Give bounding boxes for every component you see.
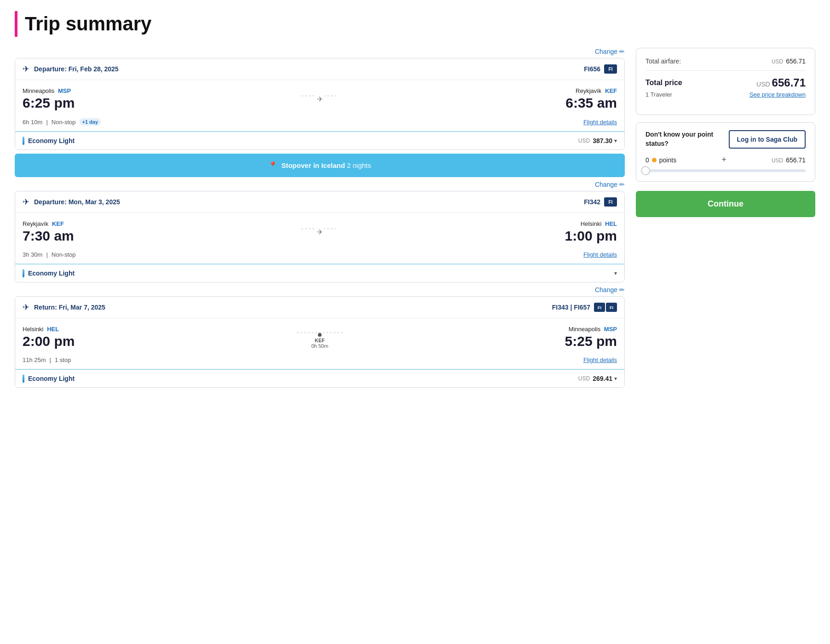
plane-icon-3: ✈ (23, 302, 29, 312)
price-summary-card: Total airfare: USD 656.71 Total price US… (636, 48, 815, 115)
plane-icon-2: ✈ (23, 197, 29, 207)
flights-column: Change ✏ ✈ Departure: Fri, Feb 28, 2025 … (15, 48, 625, 391)
airfare-row: Total airfare: USD 656.71 (646, 58, 806, 65)
edit-icon-1: ✏ (619, 48, 625, 55)
stopover-text: Stopover in Iceland 2 nights (281, 161, 371, 169)
flight-segment-3: Change ✏ ✈ Return: Fri, Mar 7, 2025 FI34… (15, 286, 625, 388)
fare-chevron-1: ▾ (614, 138, 617, 144)
flight-header-2: ✈ Departure: Mon, Mar 3, 2025 FI342 FI (15, 191, 624, 213)
page-title: Trip summary (25, 13, 151, 35)
flight-meta-1: 6h 10m | Non-stop +1 day Flight details (15, 116, 624, 131)
flight-meta-2: 3h 30m | Non-stop Flight details (15, 249, 624, 264)
route-middle-2: ✈ (301, 220, 338, 236)
departure-label-2: Departure: Mon, Mar 3, 2025 (34, 198, 120, 206)
fare-chevron-3: ▾ (614, 375, 617, 382)
airline-logo-1: FI (604, 64, 617, 74)
accent-bar (15, 11, 17, 37)
departure-label-3: Return: Fri, Mar 7, 2025 (34, 304, 105, 311)
flight-header-3: ✈ Return: Fri, Mar 7, 2025 FI343 | FI657… (15, 297, 624, 318)
fare-bar-1 (23, 137, 24, 145)
flight-details-link-1[interactable]: Flight details (583, 119, 617, 126)
svg-text:FI: FI (610, 305, 613, 310)
svg-text:FI: FI (598, 305, 601, 310)
origin-info-3: Helsinki HEL 2:00 pm (23, 326, 297, 349)
airline-logo-3: FI FI (594, 303, 617, 312)
divider-1 (646, 70, 806, 71)
flight-details-link-3[interactable]: Flight details (583, 356, 617, 363)
svg-text:FI: FI (609, 67, 613, 72)
flight-segment-1: Change ✏ ✈ Departure: Fri, Feb 28, 2025 … (15, 48, 625, 150)
flight-segment-2: Change ✏ ✈ Departure: Mon, Mar 3, 2025 F… (15, 181, 625, 282)
edit-icon-3: ✏ (619, 286, 625, 293)
fare-bar-2 (23, 269, 24, 277)
airfare-value: USD 656.71 (772, 58, 806, 65)
sidebar: Total airfare: USD 656.71 Total price US… (636, 48, 815, 217)
route-middle-stopover-3: KEF 0h 50m (297, 326, 343, 349)
points-price: USD 656.71 (772, 156, 806, 164)
points-slider[interactable] (646, 169, 806, 172)
route-section-1: Minneapolis MSP 6:25 pm ✈ Reykjavík (15, 80, 624, 116)
fare-bar-3 (23, 374, 24, 383)
flight-meta-3: 11h 25m | 1 stop Flight details (15, 355, 624, 369)
plane-route-icon-2: ✈ (316, 228, 324, 236)
total-price-value: USD656.71 (756, 76, 806, 89)
flight-card-2: ✈ Departure: Mon, Mar 3, 2025 FI342 FI (15, 191, 625, 282)
continue-button[interactable]: Continue (636, 191, 815, 217)
saga-login-button[interactable]: Log in to Saga Club (729, 130, 806, 149)
flight-details-link-2[interactable]: Flight details (583, 251, 617, 258)
price-breakdown-link[interactable]: See price breakdown (749, 91, 806, 98)
origin-info-1: Minneapolis MSP 6:25 pm (23, 87, 301, 111)
route-section-2: Reykjavík KEF 7:30 am ✈ Helsinki (15, 213, 624, 249)
dest-info-1: Reykjavík KEF 6:35 am (338, 87, 617, 111)
origin-info-2: Reykjavík KEF 7:30 am (23, 220, 301, 244)
change-link-3[interactable]: Change ✏ (595, 286, 625, 293)
departure-label-1: Departure: Fri, Feb 28, 2025 (34, 65, 119, 73)
route-middle-1: ✈ (301, 87, 338, 104)
flight-card-1: ✈ Departure: Fri, Feb 28, 2025 FI656 FI (15, 58, 625, 150)
flight-number-3: FI343 | FI657 (552, 304, 590, 311)
airline-logo-2: FI (604, 197, 617, 207)
svg-text:FI: FI (609, 200, 613, 205)
stopover-banner: 📍 Stopover in Iceland 2 nights (15, 154, 625, 177)
plane-route-icon-1: ✈ (316, 95, 324, 104)
fare-row-1[interactable]: Economy Light USD 387.30 ▾ (15, 131, 624, 150)
points-row: 0 points + USD 656.71 (646, 155, 806, 165)
flight-card-3: ✈ Return: Fri, Mar 7, 2025 FI343 | FI657… (15, 296, 625, 388)
change-link-1[interactable]: Change ✏ (595, 48, 625, 55)
fare-chevron-2: ▾ (614, 270, 617, 276)
pin-icon: 📍 (268, 161, 277, 170)
edit-icon-2: ✏ (619, 181, 625, 188)
plus-day-badge-1: +1 day (80, 118, 101, 126)
slider-thumb[interactable] (641, 166, 650, 175)
flight-number-1: FI656 (584, 65, 600, 73)
fare-row-2[interactable]: Economy Light ▾ (15, 264, 624, 282)
route-section-3: Helsinki HEL 2:00 pm KEF 0h 50m (15, 318, 624, 355)
fare-row-3[interactable]: Economy Light USD 269.41 ▾ (15, 369, 624, 387)
traveler-row: 1 Traveler See price breakdown (646, 91, 806, 98)
dest-info-2: Helsinki HEL 1:00 pm (338, 220, 617, 244)
saga-row: Don't know your point status? Log in to … (646, 130, 806, 149)
plus-sign: + (721, 155, 726, 165)
stopover-dot-3 (318, 333, 322, 337)
flight-number-2: FI342 (584, 198, 600, 206)
plane-icon-1: ✈ (23, 64, 29, 74)
total-price-row: Total price USD656.71 (646, 76, 806, 89)
points-dot (652, 158, 657, 162)
dest-info-3: Minneapolis MSP 5:25 pm (343, 326, 617, 349)
change-link-2[interactable]: Change ✏ (595, 181, 625, 188)
flight-header-1: ✈ Departure: Fri, Feb 28, 2025 FI656 FI (15, 58, 624, 80)
saga-club-section: Don't know your point status? Log in to … (636, 122, 815, 182)
